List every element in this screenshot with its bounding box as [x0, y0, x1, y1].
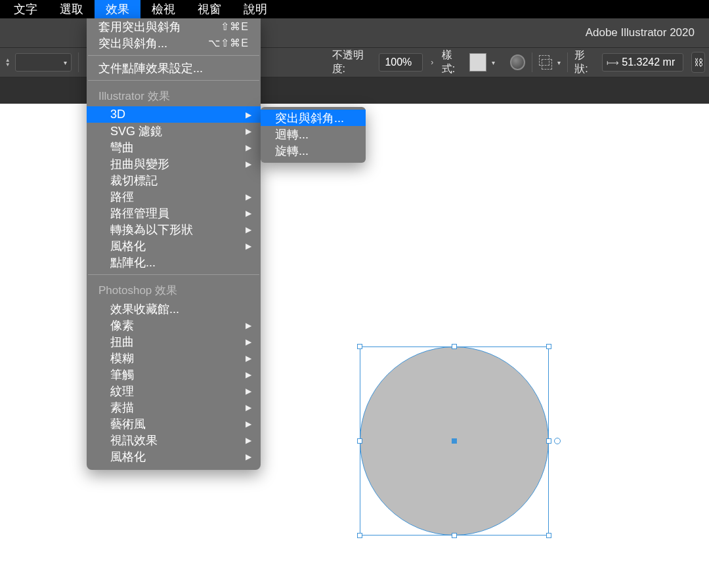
menu-view[interactable]: 檢視	[140, 0, 186, 19]
pie-widget-handle[interactable]	[554, 438, 561, 444]
3d-submenu: 突出與斜角...迴轉...旋轉...	[261, 107, 366, 163]
menu-help[interactable]: 說明	[232, 0, 278, 19]
shape-width-field[interactable]: ⟼ 51.3242 mr	[602, 53, 683, 72]
photoshop-effect-item-6[interactable]: 素描▶	[87, 399, 261, 415]
handle-top-middle[interactable]	[452, 344, 457, 349]
submenu-arrow-icon: ▶	[246, 143, 251, 152]
handle-middle-left[interactable]	[357, 438, 362, 444]
menu-raster-settings[interactable]: 文件點陣效果設定...	[87, 60, 261, 76]
toolbar-separator	[78, 52, 79, 72]
stroke-stepper[interactable]: ▲▼	[4, 58, 11, 67]
illustrator-effect-item-3[interactable]: 扭曲與變形▶	[87, 156, 261, 172]
menu-select[interactable]: 選取	[49, 0, 95, 19]
submenu-arrow-icon: ▶	[246, 436, 251, 445]
menu-effects[interactable]: 效果	[95, 0, 140, 19]
opacity-value: 100%	[385, 56, 412, 68]
handle-bottom-left[interactable]	[357, 533, 362, 538]
menu-last-effect[interactable]: 突出與斜角... ⌥⇧⌘E	[87, 35, 261, 51]
align-caret-icon[interactable]: ▾	[557, 59, 561, 66]
submenu-arrow-icon: ▶	[246, 387, 251, 396]
recolor-artwork-icon[interactable]	[510, 54, 525, 70]
photoshop-effect-item-8[interactable]: 視訊效果▶	[87, 432, 261, 448]
submenu-arrow-icon: ▶	[246, 159, 251, 169]
shape-label: 形狀:	[574, 49, 597, 76]
menu-item-label: 裁切標記	[110, 173, 158, 188]
photoshop-effect-item-2[interactable]: 扭曲▶	[87, 333, 261, 350]
3d-submenu-item-0[interactable]: 突出與斜角...	[261, 110, 366, 126]
menu-item-label: 路徑	[110, 189, 134, 205]
menu-item-label: 突出與斜角...	[275, 110, 344, 126]
menu-item-label: 彎曲	[110, 140, 134, 156]
photoshop-effect-item-9[interactable]: 風格化▶	[87, 448, 261, 465]
photoshop-effect-item-1[interactable]: 像素▶	[87, 317, 261, 333]
menu-item-label: 文件點陣效果設定...	[98, 60, 203, 76]
menu-item-label: 轉換為以下形狀	[110, 222, 193, 238]
menu-item-label: 扭曲	[110, 334, 134, 350]
illustrator-effect-item-9[interactable]: 點陣化...	[87, 254, 261, 270]
shape-width-value: 51.3242 mr	[622, 56, 675, 68]
illustrator-effect-item-1[interactable]: SVG 濾鏡▶	[87, 123, 261, 139]
menu-window[interactable]: 視窗	[186, 0, 232, 19]
menu-item-label: 素描	[110, 400, 134, 415]
submenu-arrow-icon: ▶	[246, 225, 251, 234]
center-point[interactable]	[452, 438, 457, 444]
menu-item-label: 3D	[110, 108, 125, 121]
menubar: 文字 選取 效果 檢視 視窗 說明	[0, 0, 709, 18]
photoshop-effect-item-7[interactable]: 藝術風▶	[87, 415, 261, 432]
illustrator-effect-item-4[interactable]: 裁切標記	[87, 172, 261, 188]
stroke-weight-dropdown[interactable]: ▾	[15, 53, 72, 72]
submenu-arrow-icon: ▶	[246, 403, 251, 412]
menu-item-label: 旋轉...	[275, 143, 309, 159]
style-label: 樣式:	[442, 49, 464, 76]
submenu-arrow-icon: ▶	[246, 110, 251, 119]
3d-submenu-item-1[interactable]: 迴轉...	[261, 126, 366, 142]
handle-top-left[interactable]	[357, 344, 362, 349]
photoshop-effect-item-3[interactable]: 模糊▶	[87, 350, 261, 366]
menu-item-label: 路徑管理員	[110, 205, 169, 221]
handle-bottom-right[interactable]	[546, 533, 551, 538]
link-proportions-icon[interactable]: ⛓	[691, 52, 705, 73]
illustrator-effect-item-7[interactable]: 轉換為以下形狀▶	[87, 221, 261, 238]
submenu-arrow-icon: ▶	[246, 321, 251, 330]
submenu-arrow-icon: ▶	[246, 242, 251, 251]
menu-separator	[88, 274, 259, 275]
style-caret-icon[interactable]: ▾	[492, 59, 495, 66]
submenu-arrow-icon: ▶	[246, 209, 251, 218]
menu-item-label: 套用突出與斜角	[98, 19, 181, 35]
graphic-style-swatch[interactable]	[469, 53, 486, 72]
opacity-label: 不透明度:	[332, 49, 374, 76]
submenu-arrow-icon: ▶	[246, 419, 251, 429]
menu-item-label: 筆觸	[110, 367, 134, 383]
handle-top-right[interactable]	[546, 344, 551, 349]
photoshop-effect-item-5[interactable]: 紋理▶	[87, 383, 261, 399]
toolbar-separator	[567, 52, 568, 72]
illustrator-effect-item-8[interactable]: 風格化▶	[87, 238, 261, 254]
menu-item-label: 藝術風	[110, 416, 146, 432]
opacity-more[interactable]: ›	[427, 53, 438, 72]
3d-submenu-item-2[interactable]: 旋轉...	[261, 142, 366, 159]
menu-separator	[88, 80, 259, 81]
submenu-arrow-icon: ▶	[246, 370, 251, 379]
menu-text[interactable]: 文字	[3, 0, 49, 19]
opacity-field[interactable]: 100%	[379, 53, 423, 72]
align-icon[interactable]	[539, 55, 553, 70]
selection-bounding-box[interactable]	[360, 346, 549, 536]
illustrator-effect-item-0[interactable]: 3D▶	[87, 106, 261, 123]
handle-middle-right[interactable]	[546, 438, 551, 444]
photoshop-effect-item-4[interactable]: 筆觸▶	[87, 366, 261, 383]
menu-item-label: SVG 濾鏡	[110, 123, 162, 139]
menu-apply-last-effect[interactable]: 套用突出與斜角 ⇧⌘E	[87, 18, 261, 35]
menu-item-label: 突出與斜角...	[98, 35, 167, 51]
menu-item-label: 扭曲與變形	[110, 156, 169, 172]
menu-separator	[88, 55, 259, 56]
menu-item-label: 視訊效果	[110, 432, 158, 448]
illustrator-effect-item-6[interactable]: 路徑管理員▶	[87, 205, 261, 221]
app-title: Adobe Illustrator 2020	[586, 26, 695, 39]
effects-dropdown: 套用突出與斜角 ⇧⌘E 突出與斜角... ⌥⇧⌘E 文件點陣效果設定... Il…	[87, 18, 261, 470]
photoshop-effect-item-0[interactable]: 效果收藏館...	[87, 301, 261, 317]
submenu-arrow-icon: ▶	[246, 127, 251, 136]
handle-bottom-middle[interactable]	[452, 533, 457, 538]
illustrator-effect-item-2[interactable]: 彎曲▶	[87, 139, 261, 156]
illustrator-effect-item-5[interactable]: 路徑▶	[87, 188, 261, 205]
submenu-arrow-icon: ▶	[246, 192, 251, 201]
